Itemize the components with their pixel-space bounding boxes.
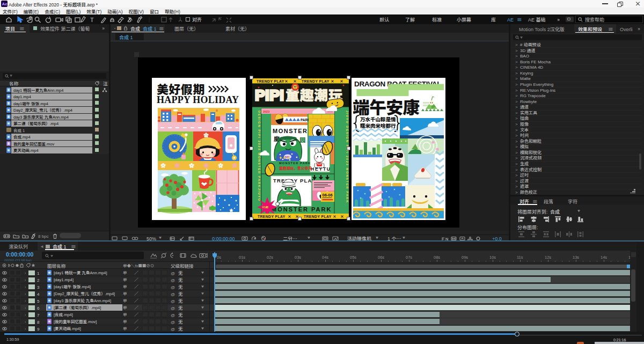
- svg-text:×: ×: [340, 214, 344, 219]
- svg-text:×: ×: [333, 214, 336, 219]
- svg-text:MONSTER PARK: MONSTER PARK: [272, 204, 332, 213]
- svg-text:JIUYU DESIGN PIPI 2023 MONSTER: JIUYU DESIGN PIPI 2023 MONSTER PARK: [345, 111, 349, 203]
- svg-text:TRENDY PLAY: TRENDY PLAY: [302, 78, 330, 84]
- svg-text:HEYTU: HEYTU: [311, 165, 331, 172]
- svg-text:×: ×: [331, 78, 334, 84]
- svg-text:HAPPY HOLIDAY: HAPPY HOLIDAY: [157, 94, 239, 105]
- svg-text:2023: 2023: [263, 109, 269, 114]
- svg-text:DESIGN PIPI 2023 MONSTER PARKJ: DESIGN PIPI 2023 MONSTER PARKJIUYU: [257, 111, 262, 202]
- svg-text:园: 园: [299, 135, 305, 144]
- svg-text:×: ×: [284, 78, 288, 84]
- svg-text:TRENDY PLAY: TRENDY PLAY: [258, 214, 286, 219]
- svg-text:TRENDY PLAY: TRENDY PLAY: [304, 214, 332, 219]
- svg-text:×: ×: [288, 214, 291, 219]
- svg-text:¥1起: ¥1起: [262, 205, 269, 209]
- svg-text:MONSTER: MONSTER: [273, 126, 308, 135]
- svg-text:×: ×: [340, 78, 343, 84]
- svg-text:06-06: 06-06: [323, 192, 333, 197]
- svg-text:糯米肉米啥都行: 糯米肉米啥都行: [360, 122, 396, 129]
- svg-text:童趣潮玩，意义非凡: 童趣潮玩，意义非凡: [279, 165, 312, 171]
- svg-text:×: ×: [293, 78, 297, 84]
- svg-text:T: T: [90, 17, 94, 23]
